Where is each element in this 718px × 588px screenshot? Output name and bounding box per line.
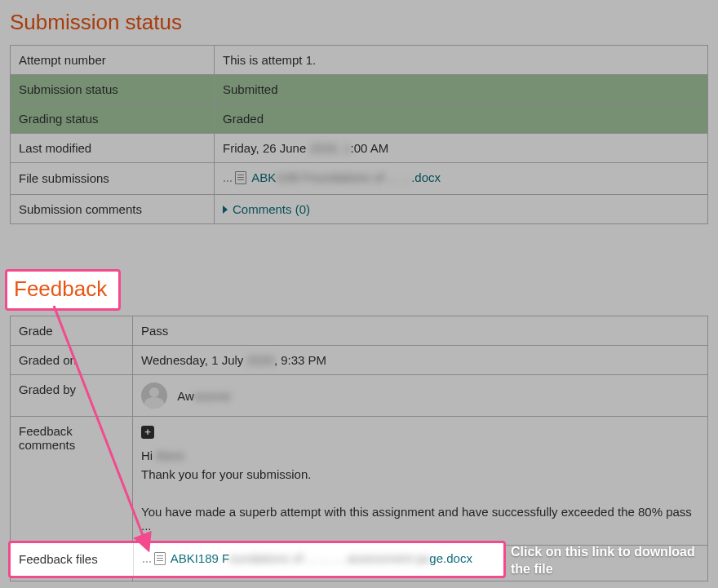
table-row: Submission comments Comments (0) [11, 194, 708, 224]
annotation-callout: Click on this link to download the file [511, 544, 715, 578]
table-row: Grade Pass [11, 316, 708, 346]
submission-status-heading: Submission status [10, 10, 708, 35]
feedback-heading-highlight: Feedback [5, 269, 121, 311]
table-row: Feedback comments + Hi there Thank you f… [11, 417, 708, 546]
table-row: Graded on Wednesday, 1 July 2020, 9:33 P… [11, 346, 708, 375]
grading-status-value: Graded [215, 104, 708, 134]
attempt-number-label: Attempt number [11, 46, 215, 75]
table-row: Attempt number This is attempt 1. [11, 46, 708, 75]
last-modified-value: Friday, 26 June 2020, 1:00 AM [215, 134, 708, 163]
table-row: Graded by Awesome [11, 375, 708, 417]
avatar [141, 382, 167, 409]
comments-toggle-link[interactable]: Comments (0) [223, 202, 310, 216]
chevron-right-icon [223, 206, 228, 214]
submission-status-table: Attempt number This is attempt 1. Submis… [10, 45, 708, 224]
attempt-number-value: This is attempt 1. [215, 46, 708, 75]
file-icon [154, 552, 166, 565]
expand-icon[interactable]: + [141, 426, 154, 439]
table-row: File submissions ⋯ ABKI189 Foundations o… [11, 163, 708, 195]
file-icon [235, 171, 246, 184]
feedback-comments-label: Feedback comments [11, 417, 133, 546]
table-row: Last modified Friday, 26 June 2020, 1:00… [11, 134, 708, 163]
feedback-files-label: Feedback files [11, 543, 133, 576]
graded-by-value: Awesome [133, 375, 708, 417]
submission-comments-label: Submission comments [11, 194, 215, 224]
feedback-files-highlight: Feedback files ⋯ ABKI189 Foundations of … [8, 541, 506, 578]
tree-indent-icon: ⋯ [142, 556, 149, 568]
submitted-file-link[interactable]: ABKI189 Foundations of ... ....docx [235, 170, 441, 184]
feedback-comments-value: + Hi there Thank you for your submission… [133, 417, 708, 546]
feedback-heading: Feedback [14, 276, 107, 302]
file-submissions-label: File submissions [11, 163, 215, 195]
last-modified-label: Last modified [11, 134, 215, 163]
grading-status-label: Grading status [11, 104, 215, 134]
table-row: Submission status Submitted [11, 75, 708, 104]
graded-on-value: Wednesday, 1 July 2020, 9:33 PM [133, 346, 708, 375]
tree-indent-icon: ⋯ [223, 175, 230, 187]
grade-label: Grade [11, 316, 133, 346]
table-row: Grading status Graded [11, 104, 708, 134]
feedback-file-link[interactable]: ABKI189 Foundations of ... ... ... asses… [154, 551, 472, 565]
grade-value: Pass [133, 316, 708, 346]
graded-by-label: Graded by [11, 375, 133, 417]
submission-status-value: Submitted [215, 75, 708, 104]
submission-status-label: Submission status [11, 75, 215, 104]
graded-on-label: Graded on [11, 346, 133, 375]
